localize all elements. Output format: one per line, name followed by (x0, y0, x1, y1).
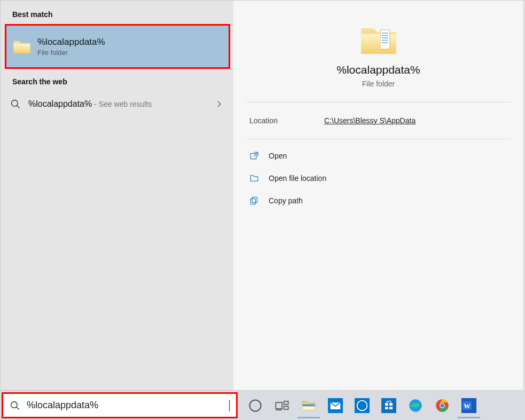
preview-header: %localappdata% File folder (233, 1, 523, 102)
action-open-label: Open (269, 152, 287, 160)
search-input-text[interactable]: %localappdata% (27, 400, 229, 411)
svg-line-1 (17, 106, 20, 108)
svg-rect-28 (389, 407, 393, 409)
microsoft-store-button[interactable] (375, 393, 402, 418)
copy-icon (249, 196, 259, 205)
open-location-icon (249, 173, 259, 183)
svg-line-9 (254, 152, 258, 156)
search-icon (10, 400, 20, 411)
taskbar-search-box[interactable]: %localappdata% (3, 394, 236, 417)
svg-point-0 (12, 100, 18, 107)
svg-rect-11 (250, 199, 255, 204)
location-label: Location (249, 116, 324, 125)
svg-rect-10 (252, 197, 257, 203)
svg-text:W: W (464, 402, 471, 409)
best-match-title: %localappdata% (37, 37, 105, 47)
web-search-result[interactable]: %localappdata% - See web results (1, 91, 233, 117)
task-view-button[interactable] (269, 393, 295, 418)
best-match-header: Best match (1, 3, 233, 24)
chrome-browser-button[interactable] (429, 393, 456, 418)
preview-subtitle: File folder (362, 80, 395, 88)
svg-rect-27 (385, 407, 388, 409)
svg-rect-8 (250, 154, 256, 160)
svg-rect-15 (276, 402, 282, 409)
action-open-location[interactable]: Open file location (246, 167, 511, 189)
svg-rect-17 (284, 401, 288, 404)
chevron-right-icon (214, 99, 224, 109)
taskbar-icons: W (242, 393, 482, 418)
annotation-search-highlight: %localappdata% (2, 392, 238, 418)
svg-rect-26 (389, 403, 393, 406)
best-match-result[interactable]: %localappdata% File folder (6, 26, 229, 67)
svg-rect-25 (385, 403, 388, 406)
preview-pane: %localappdata% File folder Location C:\U… (233, 1, 523, 390)
annotation-best-match-highlight: %localappdata% File folder (5, 24, 230, 69)
action-copy-path[interactable]: Copy path (246, 189, 511, 212)
word-app-button[interactable]: W (456, 393, 482, 418)
svg-rect-20 (302, 404, 315, 406)
cortana-button[interactable] (242, 393, 269, 418)
action-open-location-label: Open file location (269, 174, 326, 183)
svg-rect-24 (381, 398, 396, 413)
best-match-text: %localappdata% File folder (37, 37, 105, 57)
actions-list: Open Open file location Copy path (233, 139, 523, 217)
dell-app-button[interactable] (349, 393, 375, 418)
svg-line-13 (17, 407, 19, 409)
action-open[interactable]: Open (246, 145, 511, 167)
action-copy-path-label: Copy path (269, 196, 303, 205)
svg-rect-18 (284, 406, 288, 409)
windows-search-panel: Best match %localappdata% File folder Se… (0, 0, 524, 391)
location-path[interactable]: C:\Users\Blessy S\AppData (324, 116, 416, 125)
results-pane: Best match %localappdata% File folder Se… (1, 1, 233, 390)
svg-point-32 (440, 403, 444, 407)
location-row: Location C:\Users\Blessy S\AppData (233, 102, 523, 139)
preview-title: %localappdata% (336, 64, 420, 76)
web-result-title: %localappdata% (28, 99, 92, 108)
mail-app-button[interactable] (322, 393, 349, 418)
search-web-header: Search the web (1, 70, 233, 91)
open-icon (249, 151, 259, 161)
text-cursor (229, 400, 230, 411)
edge-browser-button[interactable] (402, 393, 429, 418)
folder-icon (13, 38, 31, 54)
web-result-suffix: - See web results (92, 100, 152, 108)
file-explorer-button[interactable] (295, 393, 322, 418)
svg-point-12 (11, 401, 18, 408)
search-icon (10, 99, 21, 109)
best-match-subtitle: File folder (37, 49, 105, 57)
folder-icon (359, 23, 398, 56)
taskbar: %localappdata% (0, 391, 525, 420)
svg-point-14 (250, 400, 261, 411)
